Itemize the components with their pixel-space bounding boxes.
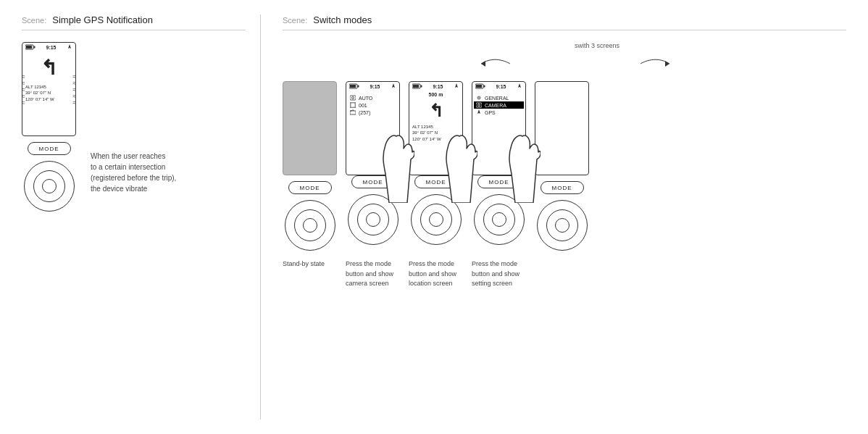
gps-icon: [67, 44, 72, 51]
svg-rect-24: [476, 103, 482, 107]
arrow-annotation: [384, 51, 810, 76]
mode-button-standby[interactable]: MODE: [288, 181, 332, 194]
alt-info: ALT 12345: [25, 84, 72, 90]
right-screens-row: MODE: [283, 81, 846, 251]
finger-3: [501, 130, 541, 205]
settings-status-bar: 9:15: [472, 82, 525, 91]
image-item: 001: [348, 101, 398, 109]
knob-center-left: [42, 179, 57, 193]
distance-label: 500 m: [409, 91, 462, 98]
time-display: 9:15: [46, 45, 56, 50]
knob-inner-left: [33, 170, 65, 202]
svg-rect-7: [358, 85, 359, 88]
svg-marker-9: [392, 83, 395, 88]
svg-marker-5: [665, 61, 669, 67]
svg-rect-15: [421, 85, 422, 88]
settings-menu: GENERAL CAMERA GPS: [472, 91, 525, 119]
svg-rect-20: [476, 85, 482, 88]
coord1: 39° 02' 07" N: [25, 90, 72, 96]
vibration-left: ≈≈≈≈≈: [22, 73, 25, 106]
settings-description: Press the modebutton and showsetting scr…: [472, 259, 544, 289]
location-description: Press the modebutton and showlocation sc…: [409, 259, 481, 289]
battery-icon-4: [475, 83, 485, 90]
annotation-area: swith 3 screens: [384, 42, 810, 78]
svg-rect-16: [413, 85, 419, 88]
device-info: ALT 12345 39° 02' 07" N 120° 07' 14" W: [22, 84, 75, 102]
location-time: 9:15: [433, 84, 443, 89]
left-scene-label: Scene:: [22, 16, 46, 25]
camera-desc-wrapper: Press the modebutton and showcamera scre…: [346, 259, 400, 289]
mode-button-left[interactable]: MODE: [28, 142, 71, 155]
standby-wrapper: MODE: [283, 81, 337, 251]
right-section: Scene: Switch modes swith 3 screens MODE: [261, 14, 846, 420]
svg-marker-3: [68, 44, 71, 49]
left-scene-header: Scene: Simple GPS Notification: [22, 14, 246, 30]
general-item: GENERAL: [474, 94, 524, 101]
standby-desc-wrapper: Stand-by state: [283, 259, 337, 270]
svg-point-25: [478, 104, 480, 107]
svg-marker-26: [477, 109, 480, 114]
mode-button-blank[interactable]: MODE: [541, 181, 584, 194]
settings-time: 9:15: [496, 84, 506, 89]
camera-screen-wrapper: 9:15 AUTO: [346, 81, 400, 245]
svg-rect-8: [350, 85, 356, 88]
left-section: Scene: Simple GPS Notification ≈≈≈≈≈ ≈≈≈…: [22, 14, 261, 420]
status-bar: 9:15: [22, 43, 75, 52]
settings-desc-wrapper: Press the modebutton and showsetting scr…: [472, 259, 526, 289]
gps-icon-2: [391, 83, 396, 90]
descriptions-row: Stand-by state Press the modebutton and …: [283, 259, 846, 289]
camera-settings-item: CAMERA: [474, 101, 524, 109]
finger-1: [375, 130, 414, 205]
gps-icon-4: [517, 83, 522, 90]
finger-2: [438, 130, 477, 205]
svg-rect-13: [351, 103, 355, 107]
knob-left[interactable]: [24, 161, 75, 212]
location-screen-wrapper: 9:15 500 m ↰ ALT 12345 39° 02' 07" N 120…: [409, 81, 463, 245]
left-phone: ≈≈≈≈≈ ≈≈≈≈≈ 9: [22, 42, 76, 136]
left-device-wrapper: ≈≈≈≈≈ ≈≈≈≈≈ 9: [22, 42, 76, 212]
vibration-right: ≈≈≈≈≈: [73, 73, 77, 106]
camera-description: Press the modebutton and showcamera scre…: [346, 259, 418, 289]
right-scene-title: Switch modes: [313, 14, 372, 25]
svg-marker-17: [455, 83, 458, 88]
svg-rect-2: [26, 46, 32, 49]
camera-status-bar: 9:15: [346, 82, 399, 91]
knob-blank[interactable]: [537, 200, 588, 251]
standby-description: Stand-by state: [283, 259, 341, 270]
settings-screen-wrapper: 9:15 GENERAL: [472, 81, 526, 245]
right-scene-label: Scene:: [283, 16, 307, 25]
camera-menu: AUTO 001 (257): [346, 91, 399, 119]
svg-marker-4: [481, 61, 485, 67]
blank-device-wrapper: MODE: [535, 81, 589, 251]
gps-item: GPS: [474, 109, 524, 116]
standby-device: [283, 81, 337, 175]
gps-icon-3: [454, 83, 459, 90]
left-scene-title: Simple GPS Notification: [52, 14, 153, 25]
nav-arrow-2: ↰: [409, 101, 462, 121]
knob-standby[interactable]: [285, 200, 335, 251]
nav-arrow: ↰: [22, 55, 75, 81]
location-desc-wrapper: Press the modebutton and showlocation sc…: [409, 259, 463, 289]
battery-icon-3: [412, 83, 422, 90]
main-container: Scene: Simple GPS Notification ≈≈≈≈≈ ≈≈≈…: [0, 0, 868, 434]
right-scene-header: Scene: Switch modes: [283, 14, 846, 30]
svg-rect-10: [350, 96, 356, 100]
battery-icon-2: [349, 83, 359, 90]
svg-marker-21: [518, 83, 521, 88]
camera-time: 9:15: [370, 84, 380, 89]
svg-point-11: [352, 97, 354, 99]
svg-rect-1: [34, 46, 36, 49]
svg-rect-19: [484, 85, 485, 88]
folder-item: (257): [348, 109, 398, 116]
coord2: 120° 07' 14" W: [25, 96, 72, 102]
battery-icon: [25, 44, 36, 51]
blank-phone: [535, 81, 589, 175]
location-status-bar: 9:15: [409, 82, 462, 91]
annotation-text: swith 3 screens: [575, 42, 619, 49]
svg-point-23: [478, 97, 480, 99]
left-description: When the user reaches to a certain inter…: [91, 151, 176, 194]
auto-item: AUTO: [348, 94, 398, 101]
